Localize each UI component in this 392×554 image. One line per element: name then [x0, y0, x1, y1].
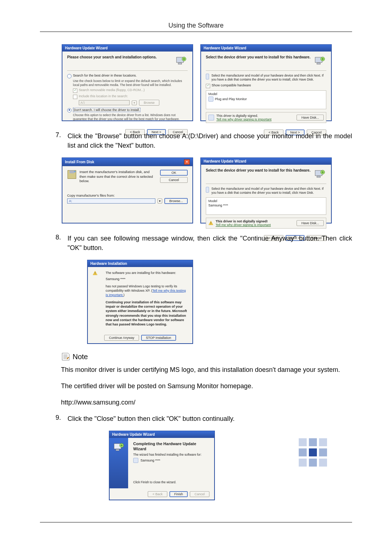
radio-dont-search[interactable]	[67, 108, 72, 112]
back-button[interactable]: < Back	[148, 491, 167, 497]
step-text: Click the "Close" button then click "OK"…	[68, 414, 352, 423]
dialog-titlebar: Hardware Update Wizard	[109, 431, 215, 438]
have-disk-button[interactable]: Have Disk...	[297, 115, 324, 120]
signing-status-text: This driver is digitally signed.	[216, 114, 271, 118]
warning-icon	[208, 221, 213, 226]
header-rule	[40, 32, 352, 32]
device-icon	[112, 442, 125, 454]
figure-row-1: Hardware Update Wizard Please choose you…	[62, 44, 341, 121]
device-icon	[313, 55, 326, 67]
model-list-item[interactable]: Samsung ****	[208, 204, 324, 207]
checkbox-search-removable[interactable]	[73, 89, 77, 93]
note-paragraph-2: The certified driver will be posted on S…	[61, 381, 352, 391]
hardware-update-wizard-search-options: Hardware Update Wizard Please choose you…	[62, 44, 193, 121]
device-icon	[175, 55, 188, 67]
install-from-disk-dialog: Install From Disk × Insert the manufactu…	[62, 157, 193, 223]
step-text: If you can see following message window,…	[68, 234, 352, 253]
svg-rect-7	[70, 171, 74, 173]
dialog-titlebar: Hardware Installation	[87, 260, 193, 267]
dialog-titlebar: Install From Disk ×	[62, 158, 193, 166]
svg-rect-14	[95, 272, 95, 274]
svg-rect-12	[211, 222, 211, 224]
step-number: 9.	[40, 414, 68, 422]
svg-rect-13	[211, 224, 211, 225]
warning-icon	[93, 271, 102, 280]
have-disk-button[interactable]: Have Disk...	[297, 220, 324, 226]
step-number: 7.	[40, 131, 68, 139]
wizard-subtext: The wizard has finished installing the s…	[133, 453, 209, 456]
hardware-update-wizard-select-driver-samsung: Hardware Update Wizard Select the device…	[200, 157, 332, 223]
document-page: Using the Software Hardware Update Wizar…	[0, 0, 392, 537]
browse-button[interactable]: Browse	[139, 100, 159, 106]
stop-installation-button[interactable]: STOP Installation	[141, 335, 176, 341]
dropdown-button[interactable]: ▾	[158, 198, 162, 204]
hardware-installation-warning-dialog: Hardware Installation The software you a…	[87, 260, 193, 344]
floppy-disk-icon	[67, 170, 77, 179]
note-label: Note	[73, 353, 88, 361]
dialog-message: Insert the manufacturer's installation d…	[79, 170, 157, 183]
signing-status-text: This driver is not digitally signed!	[216, 219, 271, 223]
device-icon	[313, 168, 326, 181]
browse-button[interactable]: Browse...	[164, 198, 188, 204]
checkbox-label: Show compatible hardware	[212, 83, 251, 87]
note-url: http://www.samsung.com/	[61, 398, 352, 407]
checkbox-label: Search removable media (floppy, CD-ROM..…	[79, 88, 144, 92]
model-column-header: Model	[208, 92, 324, 96]
location-path-input[interactable]: A:\	[79, 100, 130, 105]
warning-line1: The software you are installing for this…	[106, 271, 188, 275]
installed-device-name: Samsung ****	[140, 459, 160, 462]
dialog-titlebar: Hardware Update Wizard	[201, 158, 331, 165]
model-list-item[interactable]: Plug and Play Monitor	[215, 97, 247, 101]
radio-label: Don't search. I will choose the driver t…	[73, 108, 140, 112]
dialog-headline: Completing the Hardware Update Wizard	[133, 442, 209, 451]
warning-logo-text: has not passed Windows Logo testing to v…	[106, 284, 188, 297]
dropdown-button[interactable]: ▾	[132, 100, 137, 105]
warning-bold-text: Continuing your installation of this sof…	[106, 300, 188, 327]
monitor-icon	[208, 97, 213, 102]
checkbox-include-location[interactable]	[73, 95, 77, 99]
wizard-closing-text: Click Finish to close the wizard.	[133, 480, 209, 484]
dialog-title: Hardware Update Wizard	[112, 432, 155, 436]
svg-rect-10	[317, 176, 320, 177]
page-title: Using the Software	[40, 22, 352, 29]
wizard-banner	[109, 438, 128, 488]
copy-from-path-input[interactable]: A:	[67, 198, 155, 204]
finish-button[interactable]: Finish	[170, 491, 188, 497]
radio-search-best-driver[interactable]	[67, 74, 72, 78]
signing-info-link[interactable]: Tell me why driver signing is important	[216, 118, 271, 121]
footer-rule	[40, 522, 352, 522]
signed-icon	[208, 115, 214, 120]
step-number: 8.	[40, 234, 68, 241]
dialog-titlebar: Hardware Update Wizard	[201, 45, 331, 52]
ok-button[interactable]: OK	[160, 170, 188, 176]
continue-anyway-button[interactable]: Continue Anyway	[104, 335, 139, 341]
progress-throbber	[287, 431, 338, 474]
radio2-helptext: Choose this option to select the device …	[73, 113, 188, 121]
svg-rect-17	[116, 450, 119, 451]
info-icon	[206, 74, 209, 79]
signing-info-link[interactable]: Tell me why driver signing is important	[216, 223, 271, 227]
figure-row-2: Install From Disk × Insert the manufactu…	[62, 157, 341, 223]
copy-from-label: Copy manufacturer's files from:	[67, 193, 188, 197]
step-text: Click the "Browse" button then choose A:…	[68, 131, 352, 150]
checkbox-show-compatible[interactable]	[206, 84, 210, 88]
dialog-titlebar: Hardware Update Wizard	[62, 45, 193, 52]
svg-rect-15	[95, 274, 95, 275]
monitor-icon	[133, 458, 138, 463]
dialog-headline: Select the device driver you want to ins…	[206, 168, 310, 172]
model-column-header: Model	[208, 199, 324, 203]
radio1-helptext: Use the check boxes below to limit or ex…	[73, 79, 188, 87]
radio-label: Search for the best driver in these loca…	[73, 74, 137, 77]
cancel-button[interactable]: Cancel	[160, 177, 188, 183]
dialog-headline: Select the device driver you want to ins…	[206, 55, 310, 59]
close-button[interactable]: ×	[184, 159, 190, 165]
warning-device-name: Samsung ****	[106, 277, 188, 281]
svg-rect-4	[317, 63, 320, 64]
cancel-button[interactable]: Cancel	[190, 491, 209, 497]
hardware-update-wizard-select-driver: Hardware Update Wizard Select the device…	[200, 44, 332, 121]
dialog-title: Hardware Update Wizard	[65, 46, 108, 50]
svg-point-8	[74, 171, 76, 173]
dialog-title: Hardware Update Wizard	[204, 46, 246, 50]
dialog-title: Install From Disk	[65, 160, 94, 164]
instruction-text: Select the manufacturer and model of you…	[211, 187, 326, 194]
